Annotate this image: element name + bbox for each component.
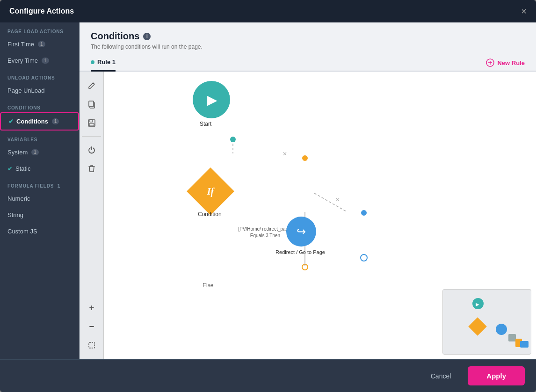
tabs-bar: Rule 1 New Rule	[80, 55, 536, 72]
start-node-label: Start	[200, 121, 211, 127]
minimap-svg: ▶	[443, 290, 531, 355]
fit-view-button[interactable]	[83, 337, 100, 354]
page-load-section-label: PAGE LOAD ACTIONS	[0, 22, 79, 36]
svg-point-14	[230, 137, 236, 142]
static-check-icon: ✔	[7, 165, 13, 172]
zoom-in-button[interactable]	[83, 299, 100, 316]
content-title: Conditions i	[91, 31, 525, 42]
variables-section-label: VARIABLES	[0, 131, 79, 144]
conditions-section-label: CONDITIONS	[0, 99, 79, 112]
toolbar-divider-1	[82, 136, 101, 137]
new-rule-button[interactable]: New Rule	[486, 56, 525, 70]
svg-point-26	[496, 324, 507, 335]
delete-tool-button[interactable]	[83, 160, 100, 177]
modal: Configure Actions × PAGE LOAD ACTIONS Fi…	[0, 0, 536, 392]
canvas-wrapper: ✕ ✕	[80, 72, 536, 359]
sidebar-item-every-time[interactable]: Every Time 1	[0, 52, 79, 69]
custom-js-label: Custom JS	[7, 228, 37, 235]
modal-footer: Cancel Apply	[0, 359, 536, 392]
numeric-label: Numeric	[7, 195, 30, 202]
modal-title: Configure Actions	[9, 7, 74, 15]
svg-rect-27	[508, 334, 516, 341]
svg-line-16	[314, 193, 347, 212]
condition-detail-label: [PV/Home/ redirect_page] Equals 3 Then	[237, 226, 293, 239]
check-icon: ✔	[8, 118, 14, 125]
sidebar: PAGE LOAD ACTIONS First Time 1 Every Tim…	[0, 22, 80, 359]
tab-rule1[interactable]: Rule 1	[91, 55, 116, 72]
sidebar-item-first-time[interactable]: First Time 1	[0, 36, 79, 52]
sidebar-item-static[interactable]: ✔ Static	[0, 160, 79, 177]
else-label: Else	[203, 282, 213, 289]
redirect-node[interactable]: ↪	[286, 217, 316, 247]
cancel-button[interactable]: Cancel	[420, 368, 463, 385]
sidebar-item-custom-js[interactable]: Custom JS	[0, 223, 79, 240]
copy-icon	[87, 100, 96, 109]
every-time-label: Every Time	[7, 57, 38, 64]
modal-body: PAGE LOAD ACTIONS First Time 1 Every Tim…	[0, 22, 536, 359]
fit-view-icon	[87, 341, 96, 349]
apply-button[interactable]: Apply	[468, 366, 525, 385]
redirect-node-label: Redirect / Go to Page	[275, 249, 326, 255]
sidebar-item-conditions[interactable]: ✔ Conditions 1	[0, 112, 79, 131]
sidebar-item-numeric[interactable]: Numeric	[0, 190, 79, 207]
new-rule-label: New Rule	[497, 59, 525, 66]
left-toolbar	[80, 72, 104, 359]
info-badge: i	[143, 33, 151, 40]
canvas[interactable]: ✕ ✕	[104, 72, 536, 359]
svg-rect-4	[89, 101, 94, 107]
plus-circle-icon	[486, 58, 494, 67]
close-button[interactable]: ×	[521, 7, 527, 16]
svg-point-18	[361, 210, 367, 216]
svg-point-19	[361, 254, 367, 261]
sidebar-item-system[interactable]: System 1	[0, 144, 79, 160]
unload-page-label: Page UnLoad	[7, 87, 45, 94]
power-tool-button[interactable]	[83, 141, 100, 158]
power-icon	[87, 145, 96, 154]
svg-rect-7	[89, 123, 94, 126]
redirect-icon: ↪	[297, 225, 306, 238]
copy-tool-button[interactable]	[83, 96, 100, 113]
system-label: System	[7, 149, 28, 156]
rule1-label: Rule 1	[97, 58, 116, 65]
title-text: Conditions	[91, 31, 139, 42]
zoom-out-icon	[87, 322, 96, 331]
svg-text:✕: ✕	[335, 196, 340, 203]
start-node[interactable]: ▶	[193, 81, 230, 118]
content-subtitle: The following conditions will run on the…	[91, 44, 525, 50]
formula-section-label: FORMULA FIELDS 1	[0, 177, 79, 190]
zoom-out-button[interactable]	[83, 318, 100, 335]
save-tool-button[interactable]	[83, 115, 100, 131]
conditions-label: Conditions	[16, 118, 48, 125]
first-time-label: First Time	[7, 41, 34, 48]
first-time-badge: 1	[38, 41, 45, 47]
every-time-badge: 1	[42, 58, 49, 64]
minimap: ▶	[442, 289, 531, 355]
zoom-in-icon	[87, 304, 96, 312]
main-content: Conditions i The following conditions wi…	[80, 22, 536, 359]
play-icon: ▶	[207, 92, 217, 108]
svg-point-20	[302, 264, 308, 270]
formula-badge: 1	[58, 183, 60, 189]
string-label: String	[7, 211, 23, 218]
modal-header: Configure Actions ×	[0, 0, 536, 22]
condition-node-label: Condition	[198, 211, 222, 218]
rule1-dot	[91, 60, 94, 64]
svg-rect-11	[89, 342, 94, 348]
edit-tool-button[interactable]	[83, 77, 100, 94]
pencil-icon	[87, 81, 96, 90]
svg-rect-29	[520, 341, 529, 348]
sidebar-item-string[interactable]: String	[0, 207, 79, 223]
svg-text:✕: ✕	[282, 151, 287, 157]
static-label: Static	[15, 165, 31, 172]
system-badge: 1	[31, 149, 39, 155]
condition-node[interactable]	[187, 167, 234, 215]
sidebar-item-page-unload[interactable]: Page UnLoad	[0, 82, 79, 99]
save-icon	[87, 119, 96, 127]
minimap-inner: ▶	[443, 290, 531, 354]
svg-point-15	[302, 155, 308, 161]
trash-icon	[87, 164, 96, 173]
svg-text:▶: ▶	[476, 302, 479, 307]
conditions-badge: 1	[52, 118, 59, 124]
unload-section-label: UNLOAD ACTIONS	[0, 69, 79, 82]
content-header: Conditions i The following conditions wi…	[80, 22, 536, 55]
